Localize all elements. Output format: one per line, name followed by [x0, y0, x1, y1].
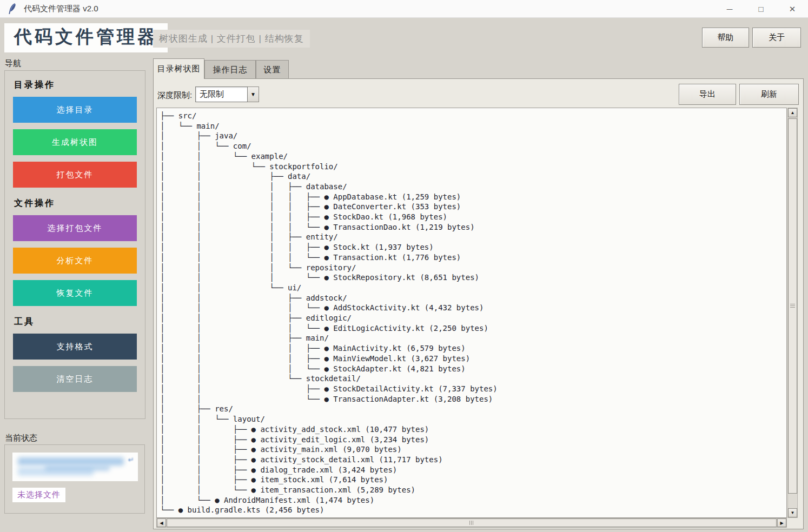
- selected-path-redacted: ↵: [12, 453, 138, 481]
- file-status-badge: 未选择文件: [12, 488, 65, 502]
- tab-settings[interactable]: 设置: [256, 60, 289, 79]
- pack-files-button[interactable]: 打包文件: [13, 162, 137, 188]
- analyze-file-button[interactable]: 分析文件: [13, 248, 137, 274]
- select-directory-button[interactable]: 选择目录: [13, 97, 137, 123]
- page-title: 代码文件管理器: [4, 23, 168, 52]
- scroll-down-icon[interactable]: ▼: [788, 508, 797, 517]
- maximize-icon[interactable]: □: [745, 0, 777, 18]
- sidebar-nav-label: 导航: [5, 58, 21, 69]
- scrollbar-grip: [469, 521, 473, 525]
- page-subtitle: 树状图生成 | 文件打包 | 结构恢复: [153, 30, 310, 48]
- horizontal-scrollbar[interactable]: ◀ ▶: [156, 518, 787, 528]
- depth-limit-combobox[interactable]: 无限制 ▼: [195, 87, 259, 102]
- refresh-button[interactable]: 刷新: [739, 84, 799, 105]
- header: 代码文件管理器 树状图生成 | 文件打包 | 结构恢复 帮助 关于: [0, 18, 808, 56]
- vertical-scrollbar-thumb[interactable]: [788, 118, 797, 494]
- window-title: 代码文件管理器 v2.0: [24, 4, 98, 14]
- scroll-right-icon[interactable]: ▶: [777, 518, 786, 527]
- current-status-frame: ↵ 未选择文件: [4, 444, 145, 514]
- restore-file-button[interactable]: 恢复文件: [13, 280, 137, 306]
- close-icon[interactable]: ✕: [777, 0, 808, 18]
- tab-directory-tree[interactable]: 目录树状图: [153, 58, 204, 79]
- clear-log-button[interactable]: 清空日志: [13, 366, 137, 392]
- scroll-up-icon[interactable]: ▲: [788, 108, 797, 117]
- directory-tree-text: ├── src/ │ └── main/ │ ├── java/ │ │ └──…: [157, 108, 786, 515]
- tab-operation-log[interactable]: 操作日志: [204, 60, 256, 79]
- supported-formats-button[interactable]: 支持格式: [13, 334, 137, 360]
- redaction-blur: [45, 466, 110, 471]
- app-feather-icon: [7, 3, 18, 15]
- section-heading-directory-ops: 目录操作: [14, 79, 137, 91]
- generate-tree-button[interactable]: 生成树状图: [13, 129, 137, 155]
- horizontal-scrollbar-thumb[interactable]: [167, 518, 777, 527]
- section-heading-file-ops: 文件操作: [14, 198, 137, 209]
- select-pack-file-button[interactable]: 选择打包文件: [13, 215, 137, 241]
- depth-limit-value: 无限制: [195, 87, 248, 102]
- section-heading-tools: 工具: [14, 316, 137, 328]
- scrollbar-grip: [790, 304, 795, 308]
- sidebar-nav-frame: 目录操作 选择目录 生成树状图 打包文件 文件操作 选择打包文件 分析文件 恢复…: [4, 70, 145, 419]
- scroll-left-icon[interactable]: ◀: [157, 518, 166, 527]
- depth-limit-label: 深度限制:: [157, 90, 192, 101]
- window-controls: ─ □ ✕: [714, 0, 808, 18]
- help-button[interactable]: 帮助: [702, 28, 749, 48]
- tree-tab-pane: 深度限制: 无限制 ▼ 导出 刷新 ├── src/ │ └── main/ │…: [153, 78, 804, 529]
- directory-tree-textarea[interactable]: ├── src/ │ └── main/ │ ├── java/ │ │ └──…: [156, 108, 787, 518]
- redaction-blur: [18, 457, 124, 466]
- minimize-icon[interactable]: ─: [714, 0, 745, 18]
- vertical-scrollbar[interactable]: ▲ ▼: [787, 108, 798, 518]
- chevron-down-icon[interactable]: ▼: [248, 87, 259, 102]
- title-bar: 代码文件管理器 v2.0 ─ □ ✕: [0, 0, 808, 18]
- about-button[interactable]: 关于: [752, 28, 801, 48]
- export-button[interactable]: 导出: [679, 84, 736, 105]
- redaction-arrow-mark: ↵: [128, 456, 134, 464]
- current-status-label: 当前状态: [5, 433, 37, 443]
